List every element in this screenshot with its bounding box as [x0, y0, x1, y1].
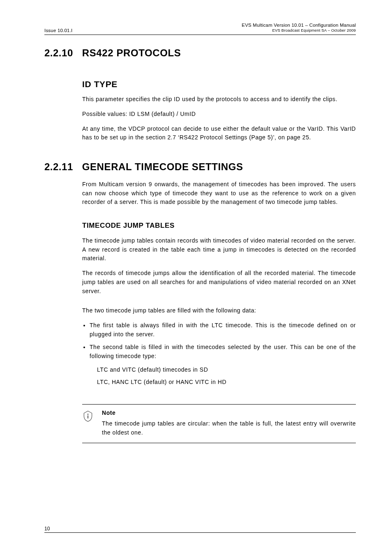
section-number: 2.2.10 — [44, 47, 73, 59]
section-2-2-10-content: ID TYPE This parameter specifies the cli… — [82, 79, 356, 142]
tjt-bullet-1: The first table is always filled in with… — [90, 321, 356, 339]
svg-rect-1 — [88, 415, 88, 419]
note-text: Note The timecode jump tables are circul… — [102, 409, 356, 437]
tjt-bullet-2: The second table is filled in with the t… — [90, 343, 356, 388]
note-block: Note The timecode jump tables are circul… — [82, 404, 356, 443]
page-header: Issue 10.01.I EVS Multicam Version 10.01… — [44, 22, 356, 33]
tjt-p3: The two timecode jump tables are filled … — [82, 306, 356, 315]
section-2-2-11-heading: 2.2.11 GENERAL TIMECODE SETTINGS — [44, 161, 356, 173]
note-body: The timecode jump tables are circular: w… — [102, 419, 356, 437]
tjt-p1: The timecode jump tables contain records… — [82, 236, 356, 263]
id-type-p3: At any time, the VDCP protocol can decid… — [82, 125, 356, 142]
tjt-bullet-2-text: The second table is filled in with the t… — [90, 344, 356, 359]
tjt-p2: The records of timecode jumps allow the … — [82, 269, 356, 296]
footer-rule — [44, 532, 356, 533]
tjt-sublist: LTC and VITC (default) timecodes in SD L… — [97, 364, 356, 388]
header-issue: Issue 10.01.I — [44, 28, 72, 33]
svg-point-0 — [88, 414, 89, 415]
header-rule — [44, 35, 356, 35]
section-title: RS422 PROTOCOLS — [82, 47, 181, 59]
id-type-p1: This parameter specifies the clip ID use… — [82, 95, 356, 104]
note-title: Note — [102, 409, 356, 416]
id-type-p2: Possible values: ID LSM (default) / UmID — [82, 110, 356, 119]
tjt-sub-2: LTC, HANC LTC (default) or HANC VITC in … — [97, 377, 356, 388]
section-2-2-11-content: From Multicam version 9 onwards, the man… — [82, 180, 356, 443]
section-number: 2.2.11 — [44, 161, 73, 173]
header-right: EVS Multicam Version 10.01 – Configurati… — [242, 22, 356, 33]
note-icon — [82, 409, 95, 437]
tjt-sub-1: LTC and VITC (default) timecodes in SD — [97, 364, 356, 375]
tjt-heading: TIMECODE JUMP TABLES — [82, 222, 356, 230]
section-2-2-10-heading: 2.2.10 RS422 PROTOCOLS — [44, 47, 356, 59]
section-title: GENERAL TIMECODE SETTINGS — [82, 161, 243, 173]
header-title: EVS Multicam Version 10.01 – Configurati… — [242, 22, 356, 28]
id-type-heading: ID TYPE — [82, 79, 356, 89]
tjt-bullet-list: The first table is always filled in with… — [82, 321, 356, 388]
page: Issue 10.01.I EVS Multicam Version 10.01… — [0, 0, 392, 555]
header-subtitle: EVS Broadcast Equipment SA – October 200… — [242, 28, 356, 33]
general-tc-intro: From Multicam version 9 onwards, the man… — [82, 180, 356, 207]
page-footer: 10 — [44, 526, 356, 533]
page-number: 10 — [44, 526, 356, 532]
